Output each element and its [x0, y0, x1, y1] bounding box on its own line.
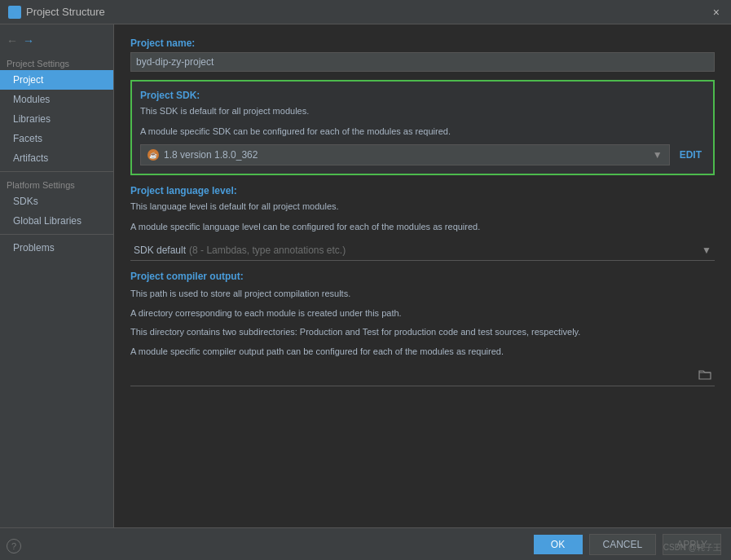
- language-level-sub: (8 - Lambdas, type annotations etc.): [189, 245, 346, 256]
- sidebar-item-artifacts[interactable]: Artifacts: [0, 148, 113, 168]
- svg-rect-0: [10, 7, 14, 11]
- forward-arrow[interactable]: →: [23, 34, 34, 47]
- sidebar-item-libraries[interactable]: Libraries: [0, 109, 113, 129]
- app-icon: [8, 6, 21, 19]
- sdk-section: Project SDK: This SDK is default for all…: [130, 80, 715, 175]
- sdk-desc-line2: A module specific SDK can be configured …: [140, 125, 705, 139]
- sidebar-item-modules[interactable]: Modules: [0, 90, 113, 109]
- folder-browse-button[interactable]: [695, 367, 715, 384]
- svg-rect-2: [10, 13, 14, 17]
- compiler-desc3: This directory contains two subdirectori…: [130, 325, 715, 340]
- svg-rect-3: [15, 13, 20, 17]
- sdk-dropdown-arrow: ▼: [653, 149, 663, 161]
- window-title: Project Structure: [26, 6, 710, 18]
- sdk-value: 1.8 version 1.8.0_362: [164, 149, 258, 161]
- main-layout: ← → Project Settings Project Modules Lib…: [0, 24, 731, 527]
- sidebar-item-global-libraries[interactable]: Global Libraries: [0, 211, 113, 231]
- language-level-dropdown[interactable]: SDK default (8 - Lambdas, type annotatio…: [130, 240, 715, 261]
- sidebar-divider-2: [0, 234, 113, 235]
- close-button[interactable]: ×: [710, 4, 723, 20]
- project-name-label: Project name:: [130, 37, 715, 49]
- title-bar: Project Structure ×: [0, 0, 731, 24]
- sidebar-item-facets[interactable]: Facets: [0, 129, 113, 148]
- java-icon: ☕: [148, 149, 159, 161]
- project-name-input[interactable]: [130, 52, 715, 72]
- sdk-dropdown[interactable]: ☕ 1.8 version 1.8.0_362 ▼: [140, 144, 670, 165]
- sidebar-item-project[interactable]: Project: [0, 70, 113, 90]
- sidebar-item-problems[interactable]: Problems: [0, 238, 113, 258]
- compiler-output-title: Project compiler output:: [130, 271, 715, 282]
- cancel-button[interactable]: CANCEL: [589, 534, 657, 555]
- watermark: CSDN @耗子王: [663, 542, 721, 553]
- language-level-title: Project language level:: [130, 185, 715, 196]
- compiler-desc4: A module specific compiler output path c…: [130, 345, 715, 359]
- compiler-desc1: This path is used to store all project c…: [130, 287, 715, 302]
- svg-rect-1: [15, 7, 20, 11]
- platform-settings-label: Platform Settings: [0, 175, 113, 192]
- output-path-row: [130, 365, 715, 386]
- back-arrow[interactable]: ←: [7, 34, 18, 47]
- nav-arrows: ← →: [0, 31, 113, 54]
- edit-sdk-button[interactable]: EDIT: [676, 148, 705, 162]
- compiler-section: Project compiler output: This path is us…: [130, 271, 715, 386]
- sdk-title: Project SDK:: [140, 90, 705, 101]
- sdk-row: ☕ 1.8 version 1.8.0_362 ▼ EDIT: [140, 144, 705, 165]
- language-section: Project language level: This language le…: [130, 185, 715, 261]
- content-area: Project name: Project SDK: This SDK is d…: [114, 24, 731, 527]
- compiler-desc2: A directory corresponding to each module…: [130, 306, 715, 321]
- help-icon[interactable]: ?: [7, 539, 21, 553]
- language-level-desc2: A module specific language level can be …: [130, 220, 715, 234]
- output-path-input[interactable]: [130, 368, 695, 383]
- sidebar: ← → Project Settings Project Modules Lib…: [0, 24, 114, 527]
- language-level-value: SDK default: [134, 245, 186, 256]
- language-level-desc1: This language level is default for all p…: [130, 200, 715, 214]
- sidebar-item-sdks[interactable]: SDKs: [0, 192, 113, 211]
- sdk-desc-line1: This SDK is default for all project modu…: [140, 104, 705, 118]
- sidebar-divider: [0, 171, 113, 172]
- project-settings-label: Project Settings: [0, 54, 113, 70]
- bottom-bar: OK CANCEL APPLY: [0, 527, 731, 560]
- ok-button[interactable]: OK: [534, 535, 583, 554]
- language-dropdown-arrow: ▼: [702, 245, 711, 256]
